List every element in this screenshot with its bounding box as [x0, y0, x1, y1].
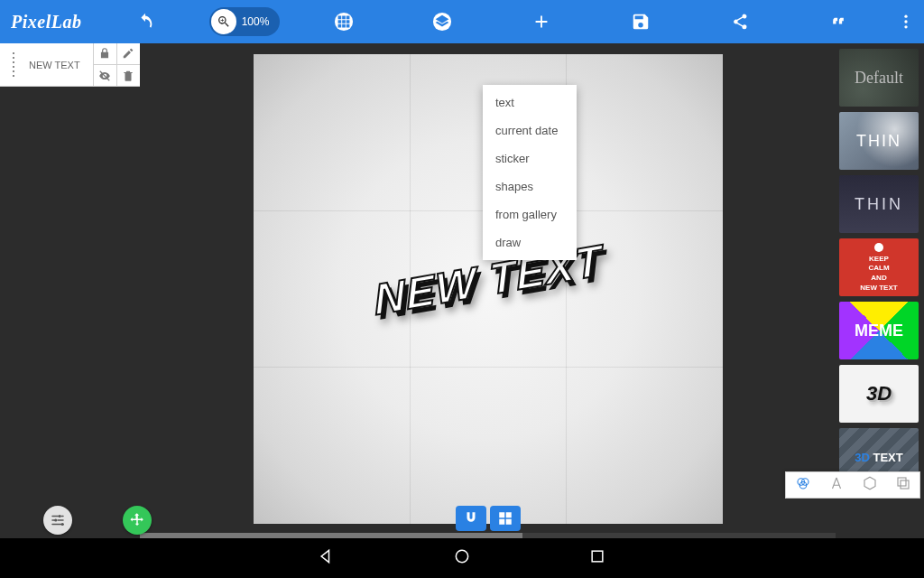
more-vert-icon: [897, 13, 915, 31]
snap-button[interactable]: [456, 506, 486, 531]
plus-icon: [531, 12, 551, 32]
grid-button[interactable]: [326, 4, 362, 40]
stack-icon: [895, 475, 911, 491]
dd-draw[interactable]: draw: [483, 228, 577, 256]
undo-icon: [135, 12, 155, 32]
svg-point-8: [61, 523, 64, 526]
layer-tool-grid: [93, 43, 140, 87]
share-button[interactable]: [722, 4, 758, 40]
grid-icon: [334, 12, 354, 32]
dd-gallery[interactable]: from gallery: [483, 200, 577, 228]
svg-point-7: [54, 519, 57, 522]
svg-rect-15: [592, 551, 603, 562]
drag-handle-icon[interactable]: [5, 52, 22, 77]
svg-rect-12: [898, 478, 906, 486]
trash-icon: [122, 70, 134, 82]
zoom-label: 100%: [242, 15, 270, 28]
app-logo: PixelLab: [0, 12, 96, 33]
shape-tool[interactable]: [862, 475, 878, 495]
add-dropdown: text current date sticker shapes from ga…: [483, 85, 577, 260]
main-area: NEW TEXT: [0, 43, 924, 538]
more-button[interactable]: [888, 4, 924, 40]
save-button[interactable]: [623, 4, 659, 40]
dd-sticker[interactable]: sticker: [483, 144, 577, 172]
svg-point-14: [456, 550, 467, 562]
zoom-control[interactable]: 100%: [209, 7, 281, 36]
layer-item[interactable]: NEW TEXT: [0, 43, 140, 87]
sliders-icon: [50, 512, 66, 528]
dd-shapes[interactable]: shapes: [483, 172, 577, 200]
system-navbar: [0, 538, 924, 578]
share-icon: [731, 13, 749, 31]
add-button[interactable]: [523, 4, 559, 40]
a-letter-icon: [828, 475, 845, 491]
properties-fab[interactable]: [43, 506, 72, 535]
recents-icon: [588, 547, 606, 565]
layers-panel: NEW TEXT: [0, 43, 140, 538]
svg-point-4: [904, 25, 907, 28]
stack-tool[interactable]: [895, 475, 911, 495]
sun-icon: [874, 243, 883, 252]
quote-button[interactable]: [820, 4, 856, 40]
h-scrollbar-thumb[interactable]: [140, 533, 522, 538]
quote-icon: [829, 13, 847, 31]
nav-back[interactable]: [318, 547, 336, 569]
svg-rect-13: [901, 480, 909, 489]
preset-meme[interactable]: MEME: [839, 302, 919, 359]
svg-point-6: [59, 515, 61, 517]
preset-thin-2[interactable]: THIN: [839, 175, 919, 233]
top-toolbar: PixelLab 100%: [0, 0, 924, 43]
nav-recents[interactable]: [588, 547, 606, 569]
overlap-circles-icon: [795, 475, 811, 491]
align-button[interactable]: [490, 506, 521, 531]
dd-text[interactable]: text: [483, 89, 577, 117]
layer-name: NEW TEXT: [25, 60, 93, 70]
svg-point-2: [904, 15, 907, 18]
move-fab[interactable]: [123, 506, 152, 535]
layer-delete-button[interactable]: [117, 65, 141, 87]
presets-panel: Default THIN THIN KEEP CALM AND NEW TEXT…: [836, 43, 924, 538]
dd-currentdate[interactable]: current date: [483, 117, 577, 144]
preset-default[interactable]: Default: [839, 49, 919, 107]
edit-icon: [122, 47, 134, 60]
preset-3d[interactable]: 3D: [839, 365, 919, 423]
undo-button[interactable]: [127, 4, 163, 40]
back-icon: [318, 547, 336, 565]
home-icon: [453, 547, 471, 565]
layer-lock-button[interactable]: [94, 43, 117, 65]
font-tool[interactable]: [828, 475, 845, 495]
layers-icon: [432, 12, 452, 32]
magnet-icon: [463, 510, 479, 527]
save-icon: [631, 12, 651, 32]
lock-icon: [98, 47, 111, 60]
hexagon-icon: [862, 475, 878, 491]
layer-edit-button[interactable]: [117, 43, 141, 65]
eye-off-icon: [98, 70, 111, 82]
svg-point-3: [904, 20, 907, 23]
preset-tool-strip: [785, 471, 920, 499]
zoom-icon: [217, 14, 231, 29]
align-grid-icon: [497, 510, 513, 527]
preset-thin-1[interactable]: THIN: [839, 112, 919, 170]
move-icon: [129, 512, 145, 528]
layers-button[interactable]: [424, 4, 460, 40]
color-tool[interactable]: [795, 475, 811, 495]
nav-home[interactable]: [453, 547, 471, 569]
preset-keep-calm[interactable]: KEEP CALM AND NEW TEXT: [839, 238, 919, 296]
layer-visibility-button[interactable]: [94, 65, 117, 87]
